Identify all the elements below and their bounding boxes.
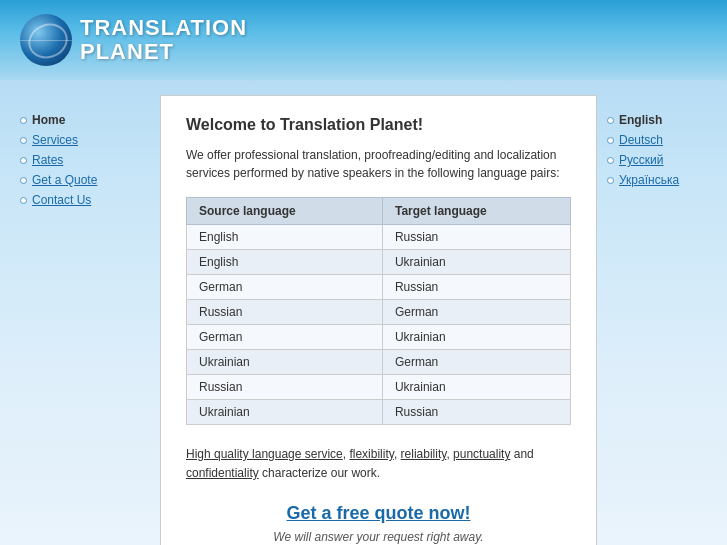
main-layout: HomeServicesRatesGet a QuoteContact Us W… (0, 80, 727, 545)
lang-link-en[interactable]: English (619, 113, 662, 127)
source-lang-cell: English (187, 225, 383, 250)
nav-link-services[interactable]: Services (32, 133, 78, 147)
target-lang-cell: Russian (382, 225, 570, 250)
lang-item-en[interactable]: English (607, 110, 712, 130)
table-row: UkrainianRussian (187, 400, 571, 425)
nav-link-get-a-quote[interactable]: Get a Quote (32, 173, 97, 187)
table-row: EnglishUkrainian (187, 250, 571, 275)
sidebar-item-get-a-quote[interactable]: Get a Quote (20, 170, 140, 190)
lang-bullet-icon (607, 177, 614, 184)
target-lang-cell: Ukrainian (382, 375, 570, 400)
logo-text: TRANSLATION PLANET (80, 16, 247, 64)
lang-link-de[interactable]: Deutsch (619, 133, 663, 147)
col-target: Target language (382, 198, 570, 225)
nav-bullet-icon (20, 157, 27, 164)
link-flexibility[interactable]: flexibility (349, 447, 393, 461)
source-lang-cell: Ukrainian (187, 350, 383, 375)
sidebar-item-contact-us[interactable]: Contact Us (20, 190, 140, 210)
source-lang-cell: German (187, 325, 383, 350)
nav-bullet-icon (20, 117, 27, 124)
cta-link[interactable]: Get a free quote now! (186, 503, 571, 524)
col-source: Source language (187, 198, 383, 225)
lang-link-uk[interactable]: Українська (619, 173, 679, 187)
nav-link-contact-us[interactable]: Contact Us (32, 193, 91, 207)
target-lang-cell: German (382, 350, 570, 375)
sidebar-item-rates[interactable]: Rates (20, 150, 140, 170)
nav-bullet-icon (20, 137, 27, 144)
globe-icon (20, 14, 72, 66)
sidebar-item-services[interactable]: Services (20, 130, 140, 150)
nav-link-rates[interactable]: Rates (32, 153, 63, 167)
nav-link-home[interactable]: Home (32, 113, 65, 127)
table-row: RussianGerman (187, 300, 571, 325)
lang-item-uk[interactable]: Українська (607, 170, 712, 190)
right-nav: EnglishDeutschРусскийУкраїнська (597, 90, 727, 545)
table-row: UkrainianGerman (187, 350, 571, 375)
nav-bullet-icon (20, 197, 27, 204)
lang-bullet-icon (607, 137, 614, 144)
source-lang-cell: German (187, 275, 383, 300)
table-row: GermanUkrainian (187, 325, 571, 350)
lang-bullet-icon (607, 117, 614, 124)
target-lang-cell: Russian (382, 275, 570, 300)
source-lang-cell: Russian (187, 300, 383, 325)
page-title: Welcome to Translation Planet! (186, 116, 571, 134)
lang-item-de[interactable]: Deutsch (607, 130, 712, 150)
highlight-text: High quality language service, flexibili… (186, 445, 571, 483)
content-area: Welcome to Translation Planet! We offer … (160, 95, 597, 545)
left-nav: HomeServicesRatesGet a QuoteContact Us (0, 90, 160, 545)
target-lang-cell: Ukrainian (382, 250, 570, 275)
target-lang-cell: Russian (382, 400, 570, 425)
cta-section: Get a free quote now! We will answer you… (186, 503, 571, 544)
lang-item-ru[interactable]: Русский (607, 150, 712, 170)
link-reliability[interactable]: reliability (401, 447, 447, 461)
lang-bullet-icon (607, 157, 614, 164)
logo: TRANSLATION PLANET (20, 14, 247, 66)
target-lang-cell: German (382, 300, 570, 325)
table-row: RussianUkrainian (187, 375, 571, 400)
lang-link-ru[interactable]: Русский (619, 153, 664, 167)
link-confidentiality[interactable]: confidentiality (186, 466, 259, 480)
table-row: GermanRussian (187, 275, 571, 300)
sidebar-item-home[interactable]: Home (20, 110, 140, 130)
cta-subtitle: We will answer your request right away. (273, 530, 483, 544)
link-punctuality[interactable]: punctuality (453, 447, 510, 461)
site-header: TRANSLATION PLANET (0, 0, 727, 80)
source-lang-cell: Ukrainian (187, 400, 383, 425)
table-row: EnglishRussian (187, 225, 571, 250)
target-lang-cell: Ukrainian (382, 325, 570, 350)
intro-text: We offer professional translation, proof… (186, 146, 571, 182)
nav-bullet-icon (20, 177, 27, 184)
language-table: Source language Target language EnglishR… (186, 197, 571, 425)
source-lang-cell: Russian (187, 375, 383, 400)
link-high-quality[interactable]: High quality language service (186, 447, 343, 461)
source-lang-cell: English (187, 250, 383, 275)
